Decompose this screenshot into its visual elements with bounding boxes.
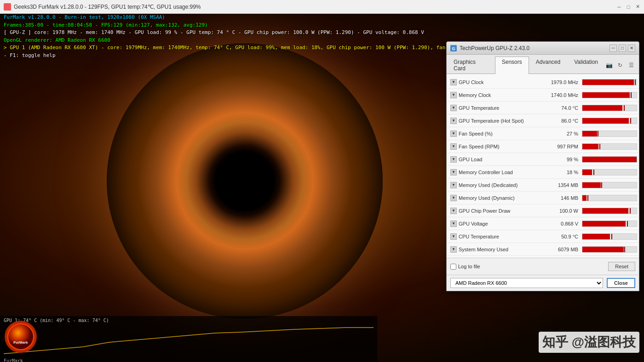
sensor-bar <box>582 182 601 188</box>
tab-graphics-card[interactable]: Graphics Card <box>447 57 495 74</box>
sensor-bar-container <box>582 92 637 98</box>
sensor-bar-container <box>582 208 637 214</box>
sensor-bar-container <box>582 221 637 227</box>
maximize-button[interactable]: □ <box>626 4 631 10</box>
furmark-text-overlay: FurMark v1.28.0.0 - Burn-in test, 1920x1… <box>4 14 460 59</box>
sensor-bar-container <box>582 195 637 201</box>
sensor-name: ▼GPU Temperature (Hot Spot) <box>448 118 540 124</box>
tab-validation[interactable]: Validation <box>567 57 605 74</box>
app-icon <box>4 3 11 11</box>
tab-advanced[interactable]: Advanced <box>529 57 567 74</box>
close-button[interactable]: Close <box>607 278 635 288</box>
sensor-dropdown-button[interactable]: ▼ <box>450 195 457 201</box>
sensor-dropdown-button[interactable]: ▼ <box>450 92 457 98</box>
sensor-value: 1354 MB <box>540 182 582 188</box>
gpuz-window-controls[interactable]: ─ □ ✕ <box>610 45 635 52</box>
furmark-line-5: > GPU 1 (AMD Radeon RX 6600 XT) - core: … <box>4 44 460 52</box>
window-controls[interactable]: ─ □ ✕ <box>616 4 640 10</box>
sensor-dropdown-button[interactable]: ▼ <box>450 105 457 111</box>
gpu-selector[interactable]: AMD Radeon RX 6600 <box>450 278 603 288</box>
furmark-line-1: FurMark v1.28.0.0 - Burn-in test, 1920x1… <box>4 14 460 22</box>
minimize-button[interactable]: ─ <box>616 4 622 10</box>
sensor-row: ▼GPU Load99 % <box>447 153 639 166</box>
gpuz-minimize-button[interactable]: ─ <box>610 45 617 52</box>
sensor-bar <box>582 79 634 85</box>
sensor-value: 1979.0 MHz <box>540 79 582 85</box>
sensor-value: 74.0 °C <box>540 105 582 111</box>
sensor-bar <box>582 144 598 149</box>
screenshot-icon[interactable]: 📷 <box>605 61 613 69</box>
sensor-value: 86.0 °C <box>540 118 582 124</box>
log-to-file-checkbox[interactable] <box>450 264 456 270</box>
gpuz-bottom-bar: Log to file Reset <box>447 258 639 275</box>
sensor-row: ▼Memory Controller Load18 % <box>447 166 639 179</box>
sensor-name: ▼CPU Temperature <box>448 233 540 240</box>
sensor-dropdown-button[interactable]: ▼ <box>450 79 457 85</box>
furmark-hint: FurMark <box>4 358 374 362</box>
sensor-value: 997 RPM <box>540 144 582 149</box>
temp-graph-svg <box>4 324 374 356</box>
sensor-name: ▼System Memory Used <box>448 246 540 253</box>
sensor-value: 99 % <box>540 157 582 162</box>
sensor-bar-peak-line <box>630 208 631 214</box>
temp-graph-label: GPU 1: 74° C (min: 49° C - max: 74° C) <box>4 318 374 323</box>
sensor-bar-container <box>582 143 637 150</box>
sensor-value: 100.0 W <box>540 208 582 214</box>
sensor-dropdown-button[interactable]: ▼ <box>450 156 457 163</box>
sensor-value: 27 % <box>540 131 582 136</box>
sensor-value: 146 MB <box>540 195 582 201</box>
sensor-dropdown-button[interactable]: ▼ <box>450 130 457 137</box>
sensor-bar <box>582 234 610 239</box>
sensor-bar-container <box>582 182 637 188</box>
sensor-name: ▼GPU Clock <box>448 79 540 85</box>
menu-icon[interactable]: ☰ <box>627 61 635 69</box>
sensor-bar <box>582 92 630 98</box>
sensor-name: ▼GPU Voltage <box>448 221 540 227</box>
furmark-line-4: OpenGL renderer: AMD Radeon RX 6600 <box>4 37 460 45</box>
furmark-line-6: - F1: toggle help <box>4 52 460 60</box>
sensor-bar <box>582 118 629 124</box>
sensor-bar <box>582 105 622 111</box>
sensor-dropdown-button[interactable]: ▼ <box>450 169 457 175</box>
close-window-button[interactable]: ✕ <box>635 4 640 10</box>
sensor-bar-peak-line <box>635 79 636 85</box>
gpuz-titlebar: G TechPowerUp GPU-Z 2.43.0 ─ □ ✕ <box>447 42 639 55</box>
gpuz-close-button[interactable]: ✕ <box>628 45 635 52</box>
sensor-bar-peak-line <box>611 234 612 239</box>
sensor-bar-container <box>582 118 637 124</box>
sensor-dropdown-button[interactable]: ▼ <box>450 143 457 150</box>
sensor-row: ▼System Memory Used6079 MB <box>447 243 639 256</box>
sensor-value: 6079 MB <box>540 247 582 252</box>
reset-button[interactable]: Reset <box>608 262 635 271</box>
sensor-bar-container <box>582 233 637 240</box>
sensor-row: ▼CPU Temperature50.9 °C <box>447 230 639 243</box>
sensor-bar-peak-line <box>630 118 631 124</box>
sensor-row: ▼GPU Temperature (Hot Spot)86.0 °C <box>447 114 639 127</box>
sensor-bar-peak-line <box>636 157 637 162</box>
sensor-bar-peak-line <box>593 170 594 175</box>
sensor-dropdown-button[interactable]: ▼ <box>450 118 457 124</box>
gpuz-maximize-button[interactable]: □ <box>619 45 626 52</box>
sensor-value: 50.9 °C <box>540 234 582 239</box>
log-to-file-label[interactable]: Log to file <box>458 264 480 269</box>
sensor-name: ▼Memory Clock <box>448 92 540 98</box>
sensor-bar-container <box>582 79 637 85</box>
sensor-bar-peak-line <box>598 131 598 136</box>
sensor-dropdown-button[interactable]: ▼ <box>450 233 457 240</box>
sensor-bar-peak-line <box>587 195 588 201</box>
tab-sensors[interactable]: Sensors <box>495 57 529 74</box>
sensors-list: ▼GPU Clock1979.0 MHz▼Memory Clock1740.0 … <box>447 74 639 258</box>
logo-circle: FurMark <box>5 321 37 353</box>
refresh-icon[interactable]: ↻ <box>616 61 624 69</box>
sensor-dropdown-button[interactable]: ▼ <box>450 182 457 188</box>
sensor-dropdown-button[interactable]: ▼ <box>450 221 457 227</box>
sensor-bar-peak-line <box>624 105 625 111</box>
sensor-dropdown-button[interactable]: ▼ <box>450 246 457 253</box>
sensor-dropdown-button[interactable]: ▼ <box>450 208 457 214</box>
sensor-bar <box>582 208 628 214</box>
furmark-line-2: Frames:385-00 - time:08:04:58 - FPS:129 … <box>4 22 460 29</box>
sensor-value: 0.868 V <box>540 221 582 226</box>
sensor-bar <box>582 157 636 162</box>
eye-overlay <box>107 43 383 319</box>
sensor-bar <box>582 195 586 201</box>
